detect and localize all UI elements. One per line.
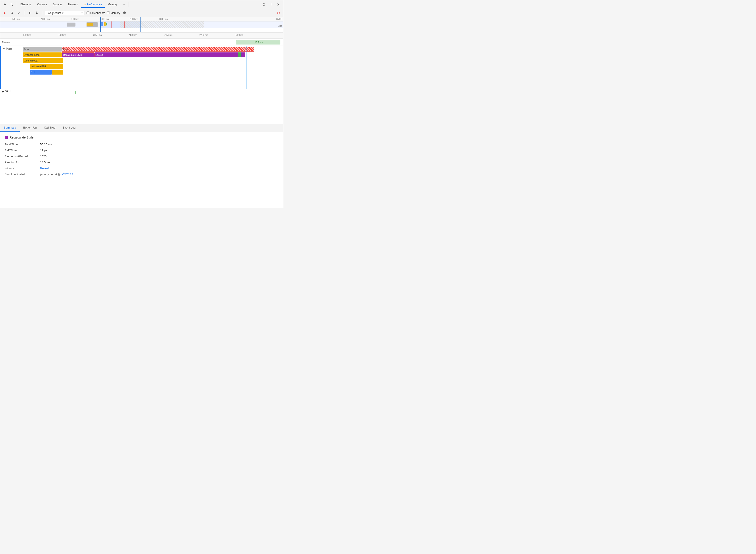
record-button[interactable]: ●	[2, 10, 7, 16]
frame-block[interactable]: 116.7 ms	[236, 40, 280, 45]
bottom-panel: Summary Bottom-Up Call Tree Event Log Re…	[0, 124, 283, 208]
chevron-down-icon: ▾	[82, 11, 83, 15]
screenshots-checkbox[interactable]	[87, 11, 90, 14]
initiator-label: Initiator	[5, 167, 40, 170]
download-button[interactable]: ⬇	[34, 10, 39, 16]
settings-gear-icon[interactable]: ⚙	[275, 10, 281, 16]
tab-network[interactable]: Network	[65, 2, 80, 8]
settings-icon[interactable]: ⚙	[261, 2, 267, 8]
top-nav: Elements Console Sources Network ⚠Perfor…	[0, 0, 283, 9]
screenshots-checkbox-group[interactable]: Screenshots	[87, 11, 105, 15]
tab-bottom-up[interactable]: Bottom-Up	[20, 124, 41, 132]
evaluate-script-bar[interactable]: Evaluate Script	[23, 52, 62, 57]
self-time-label: Self Time	[5, 149, 40, 152]
small-yellow-bar[interactable]	[52, 70, 63, 74]
timeline-ruler: 1950 ms 2000 ms 2050 ms 2100 ms 2150 ms …	[22, 33, 283, 39]
tab-memory[interactable]: Memory	[105, 2, 120, 8]
tab-performance[interactable]: ⚠Performance	[81, 2, 105, 8]
blue-line-1	[247, 46, 247, 89]
tick-2050: 2050 ms	[93, 34, 102, 36]
total-time-row: Total Time 55.20 ms	[5, 143, 279, 146]
profile-selector[interactable]: jlwagner.net #1 ▾	[45, 11, 85, 15]
timeline-overview[interactable]: 500 ms 1000 ms 1500 ms 2000 ms 2500 ms 3…	[0, 17, 283, 33]
bottom-tabs: Summary Bottom-Up Call Tree Event Log	[0, 124, 283, 132]
screenshots-label: Screenshots	[90, 11, 105, 15]
main-track: ▼ Main Task Task Evaluate Script Recalcu…	[0, 46, 283, 89]
main-content: Task Task Evaluate Script Recalculate St…	[23, 46, 283, 89]
tick-2000: 2000 ms	[58, 34, 66, 36]
cpu-label: CPU	[277, 18, 282, 20]
toolbar-sep-2	[42, 11, 42, 15]
task-bar-2-long[interactable]: Task	[62, 47, 254, 52]
tab-sources[interactable]: Sources	[50, 2, 65, 8]
first-invalidated-row: First Invalidated (anonymous) @ VM262:1	[5, 173, 279, 176]
summary-title: Recalculate Style	[5, 135, 279, 139]
tick-2250: 2250 ms	[235, 34, 243, 36]
gpu-dot-1	[36, 91, 36, 94]
devtools-window: Elements Console Sources Network ⚠Perfor…	[0, 0, 283, 208]
toolbar-sep-1	[24, 11, 24, 15]
self-time-value: 19 μs	[40, 149, 47, 152]
ruler-label-2500: 2500 ms	[130, 18, 138, 20]
tab-console[interactable]: Console	[35, 2, 50, 8]
tab-elements[interactable]: Elements	[18, 2, 34, 8]
ruler-label-2000: 2000 ms	[100, 18, 109, 20]
pending-for-label: Pending for	[5, 161, 40, 164]
tick-2100: 2100 ms	[128, 34, 137, 36]
initiator-reveal-link[interactable]: Reveal	[40, 167, 49, 170]
tab-call-tree[interactable]: Call Tree	[41, 124, 59, 132]
close-icon[interactable]: ✕	[275, 2, 281, 8]
first-invalidated-link[interactable]: VM262:1	[62, 173, 73, 176]
warning-icon: ⚠	[84, 3, 86, 6]
tab-summary[interactable]: Summary	[0, 124, 20, 132]
frames-content: 116.7 ms	[22, 39, 283, 45]
tick-2150: 2150 ms	[164, 34, 172, 36]
ruler-label-3000: 3000 ms	[159, 18, 167, 20]
timeline-main: 1950 ms 2000 ms 2050 ms 2100 ms 2150 ms …	[0, 33, 283, 124]
svg-rect-0	[10, 3, 12, 5]
elements-affected-row: Elements Affected 1520	[5, 155, 279, 158]
memory-label: Memory	[111, 11, 120, 15]
more-options-icon[interactable]: ⋮	[268, 2, 274, 8]
cursor-icon[interactable]	[2, 2, 8, 8]
main-label[interactable]: ▼ Main	[1, 46, 23, 51]
pl-bar[interactable]: P...L	[30, 70, 52, 74]
total-time-label: Total Time	[5, 143, 40, 146]
anonymous-bar[interactable]: (anonymous)	[23, 58, 63, 63]
first-invalidated-label: First Invalidated	[5, 173, 40, 176]
trash-button[interactable]: 🗑	[123, 11, 126, 15]
tick-2200: 2200 ms	[200, 34, 208, 36]
recalculate-style-bar[interactable]: Recalculate Style	[62, 52, 95, 57]
nav-separator-2	[128, 2, 129, 7]
blue-line-2	[248, 46, 248, 89]
tick-1950: 1950 ms	[23, 34, 31, 36]
gpu-content	[22, 89, 283, 98]
nav-separator-1	[16, 2, 16, 7]
upload-button[interactable]: ⬆	[27, 10, 32, 16]
self-time-row: Self Time 19 μs	[5, 149, 279, 152]
first-invalidated-value: (anonymous) @	[40, 173, 61, 176]
layout-bar[interactable]: Layout	[95, 52, 245, 57]
set-innerhtml-bar[interactable]: set innerHTML	[30, 64, 63, 69]
tab-more[interactable]: »	[120, 2, 127, 8]
clear-button[interactable]: ⊘	[16, 10, 21, 16]
gpu-track: ▶ GPU	[0, 89, 283, 98]
elements-affected-label: Elements Affected	[5, 155, 40, 158]
elements-affected-value: 1520	[40, 155, 47, 158]
inspect-icon[interactable]	[9, 2, 15, 8]
net-label: NET	[278, 25, 282, 27]
total-time-value: 55.20 ms	[40, 143, 52, 146]
task-bar-1[interactable]: Task	[23, 47, 62, 52]
reload-record-button[interactable]: ↺	[9, 10, 14, 16]
pending-for-row: Pending for 14.5 ms	[5, 161, 279, 164]
frames-label: Frames	[0, 40, 22, 45]
memory-checkbox-group[interactable]: Memory	[107, 11, 120, 15]
timeline-ruler-row: 1950 ms 2000 ms 2050 ms 2100 ms 2150 ms …	[0, 33, 283, 39]
memory-checkbox[interactable]	[107, 11, 110, 14]
performance-toolbar: ● ↺ ⊘ ⬆ ⬇ jlwagner.net #1 ▾ Screenshots …	[0, 9, 283, 17]
ruler-label-1000: 1000 ms	[41, 18, 50, 20]
nav-right-actions: ⚙ ⋮ ✕	[261, 2, 281, 8]
frames-track: Frames 116.7 ms	[0, 39, 283, 46]
tab-event-log[interactable]: Event Log	[59, 124, 79, 132]
gpu-label[interactable]: ▶ GPU	[0, 89, 22, 94]
